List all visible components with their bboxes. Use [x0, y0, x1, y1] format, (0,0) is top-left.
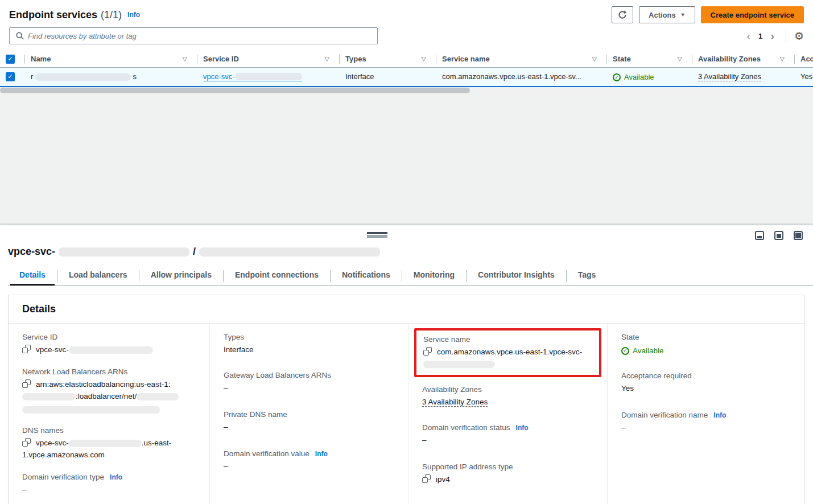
cell-state: ✓Available: [607, 67, 692, 86]
field-acceptance-required: Acceptance required Yes: [621, 371, 791, 395]
tab-endpoint-connections[interactable]: Endpoint connections: [224, 267, 330, 285]
redacted-text: [199, 247, 380, 257]
service-id-link[interactable]: vpce-svc-: [203, 72, 302, 81]
select-all-header[interactable]: ✓: [0, 51, 25, 67]
tab-allow-principals[interactable]: Allow principals: [139, 267, 223, 285]
redacted-text: [22, 393, 76, 400]
redacted-text: [423, 361, 495, 368]
column-header-service-id[interactable]: Service ID▽: [197, 51, 340, 67]
detail-tabs: Details Load balancers Allow principals …: [8, 267, 813, 286]
field-supported-ip-type: Supported IP address type ipv4: [422, 462, 593, 486]
copy-icon[interactable]: [22, 345, 31, 353]
red-annotation-box: Service name com.amazonaws.vpce.us-east-…: [414, 328, 601, 377]
pane-size-small-icon[interactable]: [755, 231, 764, 240]
column-header-types[interactable]: Types▽: [340, 51, 436, 67]
available-check-icon: ✓: [613, 73, 621, 81]
field-domain-verification-name: Domain verification nameInfo –: [621, 411, 791, 434]
details-card-title: Details: [22, 303, 791, 315]
next-page-chevron-icon[interactable]: ›: [767, 30, 778, 42]
field-availability-zones: Availability Zones 3 Availability Zones: [422, 385, 593, 408]
tab-load-balancers[interactable]: Load balancers: [57, 267, 139, 285]
field-domain-verification-type: Domain verification typeInfo –: [22, 473, 196, 496]
previous-page-chevron-icon[interactable]: ‹: [743, 30, 754, 42]
search-icon: [16, 32, 24, 40]
redacted-text: [137, 393, 179, 400]
copy-icon[interactable]: [22, 379, 31, 388]
pane-size-medium-icon[interactable]: [774, 231, 783, 240]
redacted-text: [35, 73, 131, 81]
actions-button[interactable]: Actions ▼: [639, 6, 695, 23]
column-header-availability-zones[interactable]: Availability Zones▽: [692, 51, 795, 67]
copy-icon[interactable]: [422, 474, 431, 483]
check-icon: ✓: [7, 55, 13, 63]
endpoint-services-table: ✓ Name▽ Service ID▽ Types▽ Service name▽…: [0, 51, 813, 94]
select-all-checkbox[interactable]: ✓: [6, 55, 15, 64]
table-row[interactable]: ✓ r s vpce-svc- Interface com.amazonaws.…: [0, 67, 813, 86]
divider: [786, 30, 786, 42]
check-icon: ✓: [7, 73, 13, 80]
preferences-gear-icon[interactable]: ⚙: [794, 31, 804, 42]
redacted-text: [69, 440, 142, 447]
copy-icon[interactable]: [423, 347, 432, 356]
details-card: Details Service ID vpce-svc- Network Loa…: [8, 295, 805, 504]
redacted-text: [69, 346, 153, 354]
page-title: Endpoint services: [9, 9, 97, 21]
field-dns-names: DNS names vpce-svc-.us-east- 1.vpce.amaz…: [22, 426, 196, 461]
search-input[interactable]: [28, 32, 375, 40]
tab-notifications[interactable]: Notifications: [331, 267, 402, 285]
refresh-button[interactable]: [612, 6, 633, 23]
cell-service-name: com.amazonaws.vpce.us-east-1.vpce-sv...: [436, 67, 607, 86]
field-service-name: Service name com.amazonaws.vpce.us-east-…: [423, 335, 592, 370]
horizontal-scrollbar-thumb[interactable]: [0, 88, 470, 93]
field-types: Types Interface: [224, 333, 394, 356]
row-checkbox[interactable]: ✓: [6, 72, 15, 81]
filter-icon[interactable]: ▽: [592, 55, 601, 63]
redacted-text: [22, 406, 160, 414]
availability-zones-link[interactable]: 3 Availability Zones: [422, 398, 488, 407]
caret-down-icon: ▼: [680, 12, 686, 18]
field-domain-verification-value: Domain verification valueInfo –: [224, 449, 394, 473]
endpoint-services-pane: Endpoint services (1/1) Info Actions ▼ C…: [0, 0, 813, 225]
cell-types: Interface: [340, 67, 436, 86]
filter-icon[interactable]: ▽: [183, 55, 192, 63]
filter-icon[interactable]: ▽: [325, 55, 334, 63]
tab-monitoring[interactable]: Monitoring: [402, 267, 466, 285]
field-glb-arns: Gateway Load Balancers ARNs –: [224, 371, 394, 394]
filter-icon[interactable]: ▽: [780, 55, 789, 63]
redacted-text: [235, 73, 302, 80]
filter-icon[interactable]: ▽: [678, 55, 687, 63]
filter-search-box[interactable]: [9, 27, 378, 44]
detail-split-pane: vpce-svc- / Details Load balancers Allow…: [0, 225, 813, 504]
title-info-link[interactable]: Info: [127, 11, 140, 19]
tab-details[interactable]: Details: [8, 267, 57, 285]
current-page-number[interactable]: 1: [756, 32, 765, 40]
info-link[interactable]: Info: [516, 424, 529, 432]
pane-size-full-icon[interactable]: [794, 231, 803, 240]
info-link[interactable]: Info: [110, 473, 122, 481]
cell-service-id: vpce-svc-: [197, 67, 340, 86]
tab-contributor-insights[interactable]: Contributor Insights: [467, 267, 566, 285]
cell-availability-zones: 3 Availability Zones: [692, 67, 795, 86]
field-nlb-arns: Network Load Balancers ARNs arn:aws:elas…: [22, 367, 196, 415]
details-column-2: Types Interface Gateway Load Balancers A…: [209, 324, 408, 504]
column-header-state[interactable]: State▽: [607, 51, 692, 67]
column-header-name[interactable]: Name▽: [25, 51, 197, 67]
filter-icon[interactable]: ▽: [422, 55, 431, 63]
field-private-dns-name: Private DNS name –: [224, 410, 394, 433]
create-endpoint-service-button[interactable]: Create endpoint service: [701, 6, 804, 23]
field-service-id: Service ID vpce-svc-: [22, 333, 196, 356]
horizontal-scrollbar[interactable]: [0, 87, 813, 94]
cell-acceptance: Yes: [795, 67, 813, 86]
tab-tags[interactable]: Tags: [567, 267, 608, 285]
refresh-icon: [618, 10, 627, 19]
availability-zones-link[interactable]: 3 Availability Zones: [698, 72, 761, 81]
info-link[interactable]: Info: [713, 411, 726, 419]
info-link[interactable]: Info: [315, 450, 328, 458]
column-header-acceptance[interactable]: Acceptance required: [795, 51, 813, 67]
column-header-service-name[interactable]: Service name▽: [436, 51, 607, 67]
details-column-1: Service ID vpce-svc- Network Load Balanc…: [9, 324, 209, 504]
field-domain-verification-status: Domain verification statusInfo –: [422, 423, 593, 447]
split-pane-drag-handle[interactable]: [367, 232, 387, 238]
copy-icon[interactable]: [22, 438, 31, 447]
redacted-text: [59, 247, 189, 257]
